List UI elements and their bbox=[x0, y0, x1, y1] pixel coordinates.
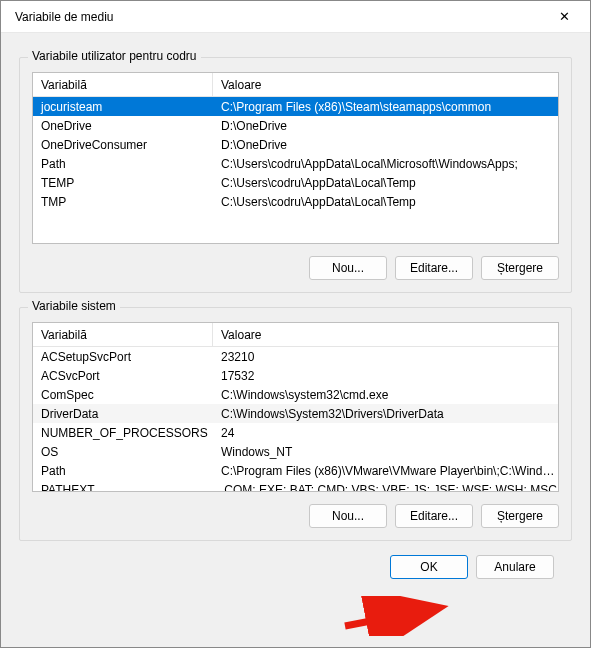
col-header-name[interactable]: Variabilă bbox=[33, 323, 213, 346]
cell-value: 24 bbox=[213, 426, 558, 440]
sys-vars-group: Variabile sistem Variabilă Valoare ACSet… bbox=[19, 307, 572, 541]
table-row[interactable]: NUMBER_OF_PROCESSORS24 bbox=[33, 423, 558, 442]
sys-vars-list[interactable]: Variabilă Valoare ACSetupSvcPort23210ACS… bbox=[32, 322, 559, 492]
cell-value: Windows_NT bbox=[213, 445, 558, 459]
sys-vars-label: Variabile sistem bbox=[28, 299, 120, 313]
cell-value: .COM;.EXE;.BAT;.CMD;.VBS;.VBE;.JS;.JSE;.… bbox=[213, 483, 558, 492]
list-header: Variabilă Valoare bbox=[33, 323, 558, 347]
col-header-value[interactable]: Valoare bbox=[213, 78, 558, 92]
list-header: Variabilă Valoare bbox=[33, 73, 558, 97]
cell-value: 17532 bbox=[213, 369, 558, 383]
table-row[interactable]: OneDriveConsumerD:\OneDrive bbox=[33, 135, 558, 154]
env-vars-window: Variabile de mediu ✕ Variabile utilizato… bbox=[0, 0, 591, 648]
cell-name: Path bbox=[33, 464, 213, 478]
cell-name: OneDrive bbox=[33, 119, 213, 133]
table-row[interactable]: TMPC:\Users\codru\AppData\Local\Temp bbox=[33, 192, 558, 211]
cell-name: TEMP bbox=[33, 176, 213, 190]
close-button[interactable]: ✕ bbox=[544, 3, 584, 31]
table-row[interactable]: ComSpecC:\Windows\system32\cmd.exe bbox=[33, 385, 558, 404]
close-icon: ✕ bbox=[559, 9, 570, 24]
table-row[interactable]: jocuristeamC:\Program Files (x86)\Steam\… bbox=[33, 97, 558, 116]
cell-value: C:\Users\codru\AppData\Local\Temp bbox=[213, 195, 558, 209]
user-vars-group: Variabile utilizator pentru codru Variab… bbox=[19, 57, 572, 293]
window-title: Variabile de mediu bbox=[15, 10, 114, 24]
cell-value: 23210 bbox=[213, 350, 558, 364]
user-vars-body[interactable]: jocuristeamC:\Program Files (x86)\Steam\… bbox=[33, 97, 558, 243]
table-row[interactable]: PATHEXT.COM;.EXE;.BAT;.CMD;.VBS;.VBE;.JS… bbox=[33, 480, 558, 491]
sys-vars-buttons: Nou... Editare... Ștergere bbox=[32, 504, 559, 528]
cell-value: D:\OneDrive bbox=[213, 138, 558, 152]
cell-name: NUMBER_OF_PROCESSORS bbox=[33, 426, 213, 440]
cell-name: OS bbox=[33, 445, 213, 459]
cell-name: OneDriveConsumer bbox=[33, 138, 213, 152]
dialog-buttons: OK Anulare bbox=[19, 541, 572, 579]
cell-value: C:\Program Files (x86)\VMware\VMware Pla… bbox=[213, 464, 558, 478]
cell-value: C:\Windows\system32\cmd.exe bbox=[213, 388, 558, 402]
cell-name: ComSpec bbox=[33, 388, 213, 402]
sys-delete-button[interactable]: Ștergere bbox=[481, 504, 559, 528]
table-row[interactable]: DriverDataC:\Windows\System32\Drivers\Dr… bbox=[33, 404, 558, 423]
cell-name: PATHEXT bbox=[33, 483, 213, 492]
cell-name: Path bbox=[33, 157, 213, 171]
cell-value: D:\OneDrive bbox=[213, 119, 558, 133]
cell-value: C:\Program Files (x86)\Steam\steamapps\c… bbox=[213, 100, 558, 114]
table-row[interactable]: OSWindows_NT bbox=[33, 442, 558, 461]
cell-name: DriverData bbox=[33, 407, 213, 421]
user-vars-label: Variabile utilizator pentru codru bbox=[28, 49, 201, 63]
cell-value: C:\Windows\System32\Drivers\DriverData bbox=[213, 407, 558, 421]
table-row[interactable]: PathC:\Program Files (x86)\VMware\VMware… bbox=[33, 461, 558, 480]
col-header-name[interactable]: Variabilă bbox=[33, 73, 213, 96]
user-delete-button[interactable]: Ștergere bbox=[481, 256, 559, 280]
cancel-button[interactable]: Anulare bbox=[476, 555, 554, 579]
user-vars-buttons: Nou... Editare... Ștergere bbox=[32, 256, 559, 280]
table-row[interactable]: ACSetupSvcPort23210 bbox=[33, 347, 558, 366]
user-new-button[interactable]: Nou... bbox=[309, 256, 387, 280]
user-vars-list[interactable]: Variabilă Valoare jocuristeamC:\Program … bbox=[32, 72, 559, 244]
sys-edit-button[interactable]: Editare... bbox=[395, 504, 473, 528]
content-area: Variabile utilizator pentru codru Variab… bbox=[1, 33, 590, 647]
sys-new-button[interactable]: Nou... bbox=[309, 504, 387, 528]
cell-name: TMP bbox=[33, 195, 213, 209]
cell-value: C:\Users\codru\AppData\Local\Microsoft\W… bbox=[213, 157, 558, 171]
sys-vars-body[interactable]: ACSetupSvcPort23210ACSvcPort17532ComSpec… bbox=[33, 347, 558, 491]
cell-name: ACSvcPort bbox=[33, 369, 213, 383]
ok-button[interactable]: OK bbox=[390, 555, 468, 579]
table-row[interactable]: PathC:\Users\codru\AppData\Local\Microso… bbox=[33, 154, 558, 173]
cell-name: ACSetupSvcPort bbox=[33, 350, 213, 364]
table-row[interactable]: ACSvcPort17532 bbox=[33, 366, 558, 385]
cell-value: C:\Users\codru\AppData\Local\Temp bbox=[213, 176, 558, 190]
col-header-value[interactable]: Valoare bbox=[213, 328, 558, 342]
titlebar: Variabile de mediu ✕ bbox=[1, 1, 590, 33]
table-row[interactable]: TEMPC:\Users\codru\AppData\Local\Temp bbox=[33, 173, 558, 192]
table-row[interactable]: OneDriveD:\OneDrive bbox=[33, 116, 558, 135]
cell-name: jocuristeam bbox=[33, 100, 213, 114]
user-edit-button[interactable]: Editare... bbox=[395, 256, 473, 280]
